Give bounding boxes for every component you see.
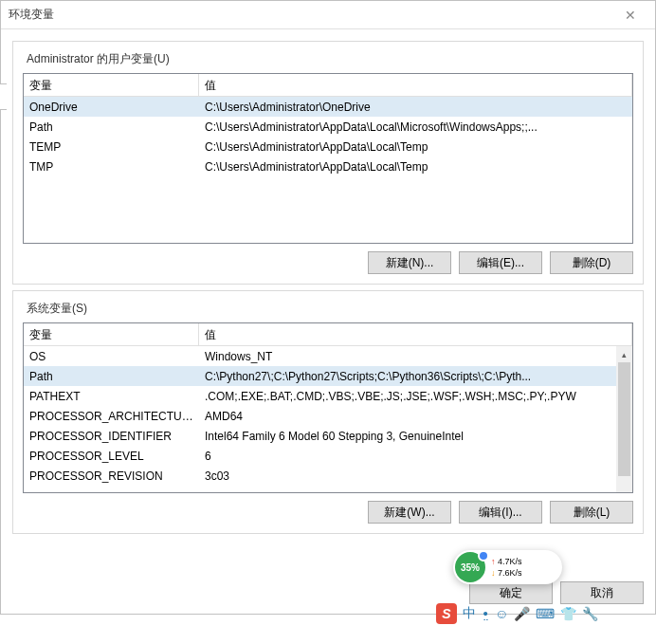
table-row[interactable]: PROCESSOR_LEVEL6 — [24, 446, 632, 466]
upload-speed: 4.7K/s — [491, 556, 556, 567]
system-vars-header: 变量 值 — [24, 323, 632, 346]
cell-variable: OS — [24, 348, 199, 365]
scroll-up-icon[interactable]: ▴ — [616, 346, 632, 362]
cell-variable: TMP — [24, 158, 199, 175]
user-delete-button[interactable]: 删除(D) — [550, 251, 633, 274]
table-row[interactable]: OSWindows_NT — [24, 346, 632, 366]
mic-icon[interactable]: 🎤 — [514, 606, 530, 621]
cell-variable: PROCESSOR_ARCHITECTURE — [24, 408, 199, 425]
cell-value: AMD64 — [199, 408, 632, 425]
settings-icon[interactable]: 🔧 — [582, 606, 598, 621]
table-row[interactable]: PathC:\Users\Administrator\AppData\Local… — [24, 117, 632, 137]
system-new-button[interactable]: 新建(W)... — [368, 501, 451, 524]
ime-lang-icon[interactable]: 中 — [463, 605, 476, 622]
ime-mode-icon[interactable]: •̤ — [482, 606, 489, 621]
net-speeds: 4.7K/s 7.6K/s — [485, 556, 562, 579]
cpu-usage-circle: 35% — [455, 552, 485, 582]
cell-variable: PATHEXT — [24, 388, 199, 405]
cell-variable: OneDrive — [24, 99, 199, 116]
cell-value: 6 — [199, 448, 632, 465]
system-vars-label: 系统变量(S) — [23, 301, 91, 317]
cancel-button[interactable]: 取消 — [560, 581, 644, 604]
cell-value: C:\Users\Administrator\AppData\Local\Tem… — [199, 158, 632, 175]
titlebar: 环境变量 ✕ — [1, 1, 655, 29]
user-vars-label: Administrator 的用户变量(U) — [23, 51, 173, 67]
widget-badge — [478, 550, 489, 561]
cell-value: Windows_NT — [199, 348, 632, 365]
ok-button[interactable]: 确定 — [469, 581, 553, 604]
user-vars-body[interactable]: OneDriveC:\Users\Administrator\OneDriveP… — [24, 97, 632, 176]
cell-variable: Path — [24, 368, 199, 385]
user-vars-header: 变量 值 — [24, 74, 632, 97]
table-row[interactable]: TMPC:\Users\Administrator\AppData\Local\… — [24, 156, 632, 176]
cell-variable: Path — [24, 119, 199, 136]
table-row[interactable]: PROCESSOR_IDENTIFIERIntel64 Family 6 Mod… — [24, 426, 632, 446]
table-row[interactable]: PATHEXT.COM;.EXE;.BAT;.CMD;.VBS;.VBE;.JS… — [24, 386, 632, 406]
cell-value: C:\Users\Administrator\AppData\Local\Tem… — [199, 138, 632, 156]
cell-value: C:\Users\Administrator\OneDrive — [199, 99, 632, 116]
keyboard-icon[interactable]: ⌨ — [536, 606, 555, 621]
user-vars-buttons: 新建(N)... 编辑(E)... 删除(D) — [23, 251, 633, 274]
col-value[interactable]: 值 — [199, 323, 632, 345]
col-variable[interactable]: 变量 — [24, 323, 199, 345]
cell-value: C:\Python27\;C:\Python27\Scripts;C:\Pyth… — [199, 368, 632, 385]
col-variable[interactable]: 变量 — [24, 74, 199, 96]
cell-value: Intel64 Family 6 Model 60 Stepping 3, Ge… — [199, 428, 632, 445]
skin-icon[interactable]: 👕 — [560, 606, 576, 621]
system-vars-body[interactable]: OSWindows_NTPathC:\Python27\;C:\Python27… — [24, 346, 632, 493]
download-speed: 7.6K/s — [491, 567, 556, 579]
close-button[interactable]: ✕ — [613, 8, 647, 23]
cell-variable: PROCESSOR_IDENTIFIER — [24, 428, 199, 445]
cell-variable: PROCESSOR_REVISION — [24, 468, 199, 485]
table-row[interactable]: PROCESSOR_REVISION3c03 — [24, 466, 632, 486]
system-vars-fieldset: 系统变量(S) 变量 值 OSWindows_NTPathC:\Python27… — [12, 290, 644, 534]
sogou-ime-icon[interactable]: S — [436, 603, 457, 624]
table-row[interactable]: OneDriveC:\Users\Administrator\OneDrive — [24, 97, 632, 117]
table-row[interactable]: TEMPC:\Users\Administrator\AppData\Local… — [24, 137, 632, 156]
system-vars-table[interactable]: 变量 值 OSWindows_NTPathC:\Python27\;C:\Pyt… — [23, 322, 633, 493]
system-edit-button[interactable]: 编辑(I)... — [459, 501, 542, 524]
scroll-thumb[interactable] — [618, 362, 630, 476]
cell-value: C:\Users\Administrator\AppData\Local\Mic… — [199, 119, 632, 136]
user-vars-table[interactable]: 变量 值 OneDriveC:\Users\Administrator\OneD… — [23, 73, 633, 244]
cell-variable: PROCESSOR_LEVEL — [24, 448, 199, 465]
cell-variable: TEMP — [24, 138, 199, 156]
table-row[interactable]: PathC:\Python27\;C:\Python27\Scripts;C:\… — [24, 366, 632, 386]
system-vars-buttons: 新建(W)... 编辑(I)... 删除(L) — [23, 501, 633, 524]
user-vars-fieldset: Administrator 的用户变量(U) 变量 值 OneDriveC:\U… — [12, 41, 644, 285]
cpu-percent: 35% — [461, 562, 480, 573]
network-speed-widget[interactable]: 35% 4.7K/s 7.6K/s — [453, 550, 562, 584]
dialog-content: Administrator 的用户变量(U) 变量 值 OneDriveC:\U… — [1, 29, 655, 576]
table-row[interactable]: PROCESSOR_ARCHITECTUREAMD64 — [24, 406, 632, 426]
col-value[interactable]: 值 — [199, 74, 632, 96]
side-tab-handle[interactable] — [0, 83, 7, 110]
system-tray: S 中 •̤ ☺ 🎤 ⌨ 👕 🔧 — [436, 603, 598, 624]
cell-value: .COM;.EXE;.BAT;.CMD;.VBS;.VBE;.JS;.JSE;.… — [199, 388, 632, 405]
user-new-button[interactable]: 新建(N)... — [368, 251, 451, 274]
emoji-icon[interactable]: ☺ — [495, 606, 508, 621]
env-vars-dialog: 环境变量 ✕ Administrator 的用户变量(U) 变量 值 OneDr… — [0, 0, 656, 615]
system-scrollbar[interactable]: ▴ — [616, 346, 632, 492]
window-title: 环境变量 — [9, 7, 613, 23]
system-delete-button[interactable]: 删除(L) — [550, 501, 633, 524]
cell-value: 3c03 — [199, 468, 632, 485]
user-edit-button[interactable]: 编辑(E)... — [459, 251, 542, 274]
